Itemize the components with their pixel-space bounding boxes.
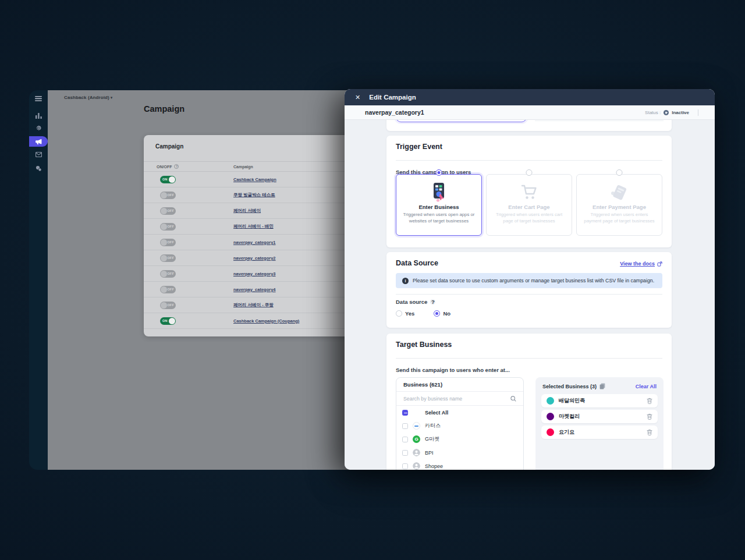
status-label: Status : [645,110,661,115]
close-icon[interactable]: ✕ [355,94,360,101]
yogiyo-logo [547,428,554,436]
modal-subheader: naverpay_category1 Status : Inactive [345,105,715,120]
business-search-input[interactable] [403,396,507,402]
trigger-option-radio[interactable] [436,169,442,176]
help-icon[interactable]: ? [430,299,435,304]
data-source-radio-group: YesNo [396,310,450,317]
trash-icon[interactable] [647,429,652,435]
campaign-toggle[interactable]: ON [160,317,176,325]
screen: Cashback (Android) ▾ Campaign Campaign O… [0,0,745,560]
campaign-toggle[interactable]: OFF [160,302,176,309]
selected-business-item: 배달의민족 [541,394,658,407]
settings-gear-icon[interactable] [29,123,48,133]
trigger-option-label: Enter Cart Page [487,204,572,210]
data-source-radio-yes[interactable]: Yes [396,310,414,317]
modal-body: Trigger Event Send this campaign to user… [345,120,715,470]
business-checkbox[interactable] [402,423,408,429]
trigger-option-label: Enter Payment Page [577,204,662,210]
trigger-option-card[interactable]: Enter Cart PageTriggered when users ente… [486,174,572,236]
campaign-toggle[interactable]: OFF [160,270,176,278]
campaign-name-input[interactable] [396,120,527,122]
campaign-toggle[interactable]: OFF [160,223,176,231]
payment-card-icon [577,181,662,203]
campaign-toggle[interactable]: OFF [160,254,176,262]
status-badge: Status : Inactive [645,109,698,116]
select-all-checkbox[interactable] [402,410,408,416]
selected-business-item: 요기요 [541,426,658,439]
info-icon: i [402,278,409,284]
campaign-link[interactable]: naverpay_category1 [233,240,276,245]
trigger-option-card[interactable]: Enter BusinessTriggered when users open … [396,174,482,236]
campaign-link[interactable]: 페어리 서베이 - 배민 [233,224,274,229]
divider [396,294,662,295]
business-checkbox[interactable] [402,450,408,456]
inbox-mail-icon[interactable] [29,150,48,159]
business-list-item[interactable]: Shopee [396,459,523,470]
selected-business-name: 마켓컬리 [559,413,642,420]
menu-icon[interactable] [29,94,48,103]
business-name: 카터스 [425,422,441,430]
business-checkbox[interactable] [402,437,408,442]
business-name: G마켓 [425,435,439,443]
campaign-toggle[interactable]: OFF [160,286,176,293]
campaign-link[interactable]: Cashback Campaign [233,177,276,182]
selected-business-item: 마켓컬리 [541,410,658,423]
sidebar-item-campaigns[interactable] [29,136,48,147]
phone-tap-icon [396,181,481,203]
campaign-link[interactable]: 페어리 서베이 - 쿠팡 [233,302,274,308]
workspace-selector[interactable]: Cashback (Android) ▾ [64,95,112,100]
selected-business-items: 배달의민족마켓컬리요기요 [541,394,658,439]
selected-business-name: 요기요 [559,428,642,436]
business-checkbox[interactable] [402,463,408,469]
chat-audience-icon[interactable] [29,164,48,173]
chevron-down-icon: ▾ [109,95,113,100]
business-name: BPI [425,450,434,456]
selected-business-name: 배달의민족 [559,397,642,405]
selected-business-header: Selected Business (3) Clear All [542,383,657,389]
view-docs-link[interactable]: View the docs [620,261,662,267]
section-title: Trigger Event [396,143,442,151]
trigger-option-radio[interactable] [526,169,533,176]
campaign-link[interactable]: naverpay_category4 [233,287,276,292]
analytics-icon[interactable] [29,111,48,120]
trash-icon[interactable] [647,398,652,404]
trigger-option-card[interactable]: Enter Payment PageTriggered when users e… [576,174,662,236]
campaign-card-title: Campaign [155,143,183,150]
business-list-item[interactable]: 카터스 [396,419,523,433]
target-subtitle: Send this campaign to users who enter at… [396,367,510,373]
campaign-toggle[interactable]: OFF [160,239,176,246]
trigger-option-radio[interactable] [616,169,623,176]
search-icon [510,396,516,402]
trigger-option-desc: Triggered when users enters cart page of… [492,212,566,225]
business-list-item[interactable]: GG마켓 [396,433,523,446]
select-all-row[interactable]: Select All [396,406,523,419]
campaign-toggle[interactable]: ON [160,176,176,183]
trigger-options: Enter BusinessTriggered when users open … [396,174,662,236]
campaign-link[interactable]: Cashback Campaign (Coupang) [233,318,299,324]
campaign-toggle[interactable]: OFF [160,207,176,215]
campaign-link[interactable]: 쿠팡 빙글박스 테스트 [233,192,275,198]
trigger-option-desc: Triggered when users enters payment page… [583,212,656,225]
baemin-logo [547,397,554,405]
section-title: Data Source [396,259,438,267]
avatar [413,449,420,456]
selected-business-panel: Selected Business (3) Clear All 배달의민족마켓컬… [535,377,664,470]
campaign-toggle[interactable]: OFF [160,192,176,199]
kurly-logo [547,413,554,420]
copy-document-icon[interactable] [599,383,605,389]
avatar [413,462,420,470]
business-list-item[interactable]: BPI [396,446,523,459]
divider [698,109,698,116]
campaign-link[interactable]: naverpay_category3 [233,271,276,277]
cart-icon [487,181,572,203]
radio-icon[interactable] [396,310,402,317]
campaign-link[interactable]: 페어리 서베이 [233,208,261,214]
data-source-radio-no[interactable]: No [434,310,450,317]
trash-icon[interactable] [647,413,652,420]
business-list-header: Business (621) [396,378,523,392]
clear-all-button[interactable]: Clear All [636,384,657,389]
campaign-link[interactable]: naverpay_category2 [233,256,276,261]
help-icon[interactable]: ? [174,164,179,169]
radio-icon[interactable] [434,310,440,317]
select-all-label: Select All [425,410,448,416]
